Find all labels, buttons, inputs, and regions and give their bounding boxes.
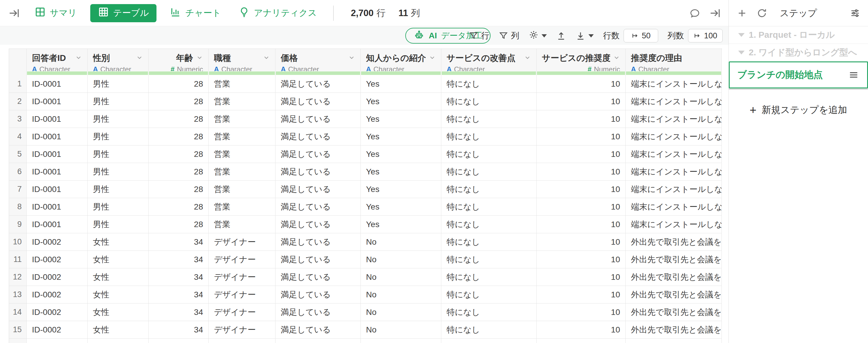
step-item-2[interactable]: 2. ワイド型からロング型へ — [729, 44, 868, 62]
cell: 外出先で取引先と会議を — [626, 286, 722, 304]
table-body: 1ID-0001男性28営業満足しているYes特になし10端末にインストールしな… — [9, 75, 722, 343]
cell — [149, 339, 209, 343]
table-row: 14ID-0002女性34デザイナー満足しているNo特になし10外出先で取引先と… — [9, 304, 722, 321]
row-number: 12 — [9, 268, 27, 286]
valid-data-bar — [27, 71, 88, 75]
collapse-left-panel-icon[interactable] — [8, 7, 20, 19]
column-header-8[interactable]: サービスの推奨度#Numeric — [536, 49, 626, 71]
column-header-4[interactable]: 職種ACharacter — [209, 49, 276, 71]
valid-data-bar — [626, 71, 722, 75]
row-number: 5 — [9, 145, 27, 163]
cell: 28 — [149, 93, 209, 110]
cell: 特になし — [441, 304, 536, 321]
cell: 特になし — [441, 110, 536, 128]
tab-summary[interactable]: サマリ — [30, 4, 81, 22]
cell: No — [361, 268, 441, 286]
step-item-1[interactable]: 1. Parquet - ローカル — [729, 26, 868, 44]
sliders-icon[interactable] — [850, 8, 860, 19]
chevron-down-icon[interactable] — [348, 54, 355, 62]
table-grid-icon — [98, 6, 109, 20]
refresh-icon[interactable] — [756, 8, 768, 19]
row-number: 3 — [9, 110, 27, 128]
cell: 満足している — [276, 268, 361, 286]
column-header-7[interactable]: サービスの改善点ACharacter — [441, 49, 536, 71]
topbar-divider — [333, 6, 334, 21]
chevron-down-icon[interactable] — [524, 54, 531, 62]
chevron-down-icon[interactable] — [263, 54, 270, 62]
column-header-2[interactable]: 性別ACharacter — [88, 49, 149, 71]
column-name: 職種 — [214, 53, 231, 64]
table-settings-button[interactable] — [529, 30, 547, 42]
comment-bubble-icon[interactable] — [689, 8, 701, 19]
cell: 外出先で取引先と会議を — [626, 233, 722, 251]
caret-down-icon — [738, 50, 745, 55]
download-button[interactable] — [576, 31, 594, 41]
view-tabs: サマリテーブルチャートアナリティクス — [30, 4, 321, 22]
row-number: 15 — [9, 321, 27, 339]
steps-list: 1. Parquet - ローカル2. ワイド型からロング型へ — [729, 26, 868, 62]
cell: 女性 — [88, 268, 149, 286]
tab-label: アナリティクス — [254, 7, 317, 19]
add-icon[interactable] — [737, 8, 748, 19]
cell: 男性 — [88, 180, 149, 198]
cell: 10 — [536, 198, 626, 216]
tab-analytics[interactable]: アナリティクス — [235, 4, 321, 22]
cell: ID-0001 — [27, 110, 88, 128]
cell: 満足している — [276, 251, 361, 268]
row-number: 9 — [9, 216, 27, 233]
row-number: 1 — [9, 75, 27, 93]
chevron-down-icon[interactable] — [613, 54, 620, 62]
cell: 34 — [149, 233, 209, 251]
chevron-down-icon[interactable] — [429, 54, 436, 62]
visible-rows-input[interactable]: 50 — [624, 29, 658, 42]
cell: 女性 — [88, 233, 149, 251]
hamburger-menu-icon[interactable] — [848, 69, 860, 81]
branch-start-point[interactable]: ブランチの開始地点 — [729, 62, 868, 89]
visible-cols-input[interactable]: 100 — [688, 29, 723, 42]
cell: 営業 — [209, 93, 276, 110]
table-row: 13ID-0002女性34デザイナー満足しているNo特になし10外出先で取引先と… — [9, 286, 722, 304]
column-header-3[interactable]: 年齢#Numeric — [149, 49, 209, 71]
cell: ID-0001 — [27, 128, 88, 145]
filter-rows-label: 行 — [481, 30, 489, 41]
chevron-down-icon[interactable] — [196, 54, 203, 62]
cell: 満足している — [276, 145, 361, 163]
topbar-right-actions — [689, 7, 721, 19]
cell: 28 — [149, 110, 209, 128]
cell: Yes — [361, 110, 441, 128]
gear-icon — [529, 30, 538, 42]
cell: 端末にインストールしな — [626, 180, 722, 198]
cell: 28 — [149, 163, 209, 180]
column-header-5[interactable]: 価格ACharacter — [276, 49, 361, 71]
cell: 10 — [536, 251, 626, 268]
valid-data-bar — [209, 71, 276, 75]
cell: 営業 — [209, 163, 276, 180]
collapse-right-panel-icon[interactable] — [709, 7, 721, 19]
cell: 満足している — [276, 75, 361, 93]
column-header-9[interactable]: 推奨度の理由ACharacter — [626, 49, 722, 71]
cell: 特になし — [441, 233, 536, 251]
row-count-unit: 行 — [377, 7, 386, 19]
filter-rows-button[interactable]: 行 — [469, 30, 489, 41]
cell: 特になし — [441, 145, 536, 163]
tab-table[interactable]: テーブル — [90, 4, 156, 22]
chevron-down-icon[interactable] — [75, 54, 82, 62]
filter-columns-button[interactable]: 列 — [499, 30, 519, 41]
column-header-1[interactable]: 回答者IDACharacter — [27, 49, 88, 71]
sidebar-header: ステップ — [729, 0, 868, 26]
cell: 満足している — [276, 110, 361, 128]
upload-button[interactable] — [556, 31, 566, 41]
cell: 営業 — [209, 128, 276, 145]
add-new-step-button[interactable]: + 新規ステップを追加 — [729, 104, 868, 116]
chevron-down-icon[interactable] — [136, 54, 143, 62]
cell: 男性 — [88, 145, 149, 163]
cell: 営業 — [209, 75, 276, 93]
cell: 満足している — [276, 216, 361, 233]
cell — [536, 339, 626, 343]
column-name: 回答者ID — [32, 53, 66, 64]
cell: 満足している — [276, 304, 361, 321]
tab-chart[interactable]: チャート — [166, 4, 225, 22]
caret-down-icon — [738, 33, 745, 37]
cell: 男性 — [88, 163, 149, 180]
column-header-6[interactable]: 知人からの紹介ACharacter — [361, 49, 441, 71]
